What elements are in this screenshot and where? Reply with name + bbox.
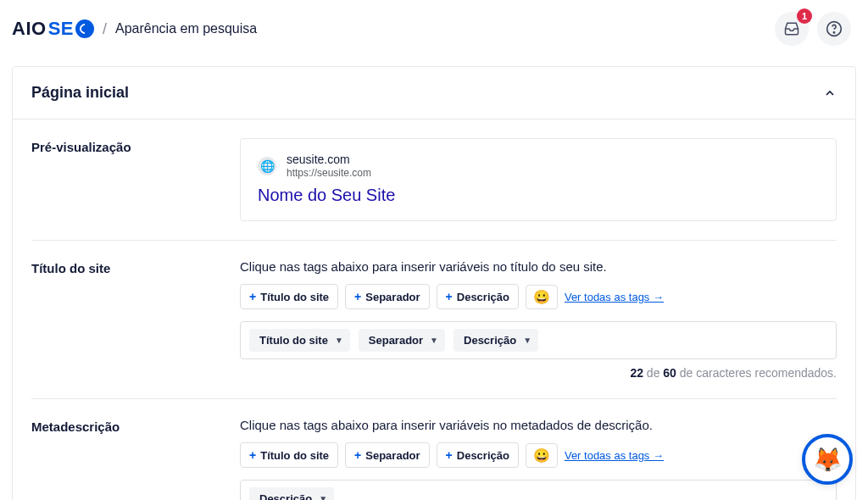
help-icon bbox=[826, 20, 843, 37]
meta-label: Metadescrição bbox=[31, 418, 240, 500]
globe-icon: 🌐 bbox=[258, 157, 276, 175]
preview-content: 🌐 seusite.com https://seusite.com Nome d… bbox=[240, 138, 837, 221]
tag-label: Título do site bbox=[260, 449, 329, 462]
logo-gear-icon bbox=[75, 19, 94, 38]
chip-description[interactable]: Descrição▼ bbox=[453, 329, 538, 352]
meta-content: Clique nas tags abaixo para inserir vari… bbox=[240, 418, 837, 500]
chip-label: Separador bbox=[369, 334, 423, 347]
tag-label: Título do site bbox=[260, 291, 329, 303]
logo-text-pre: AIO bbox=[12, 18, 47, 40]
chevron-down-icon: ▼ bbox=[523, 336, 531, 345]
site-title-row: Título do site Clique nas tags abaixo pa… bbox=[31, 241, 837, 399]
app-header: AIO SE / Aparência em pesquisa 1 bbox=[0, 0, 868, 59]
meta-helper: Clique nas tags abaixo para inserir vari… bbox=[240, 418, 837, 432]
header-left: AIO SE / Aparência em pesquisa bbox=[12, 18, 257, 40]
site-title-input[interactable]: Título do site▼ Separador▼ Descrição▼ bbox=[240, 321, 837, 359]
site-title-tag-row: +Título do site +Separador +Descrição 😀 … bbox=[240, 284, 837, 309]
plus-icon: + bbox=[249, 448, 256, 462]
site-title-label: Título do site bbox=[31, 259, 240, 380]
counter-current: 22 bbox=[630, 366, 643, 380]
meta-description-row: Metadescrição Clique nas tags abaixo par… bbox=[31, 399, 837, 500]
tag-label: Descrição bbox=[457, 291, 509, 303]
preview-title: Nome do Seu Site bbox=[258, 186, 819, 205]
preview-row: Pré-visualização 🌐 seusite.com https://s… bbox=[31, 119, 837, 241]
meta-tag-row: +Título do site +Separador +Descrição 😀 … bbox=[240, 442, 837, 468]
plus-icon: + bbox=[249, 290, 256, 303]
chip-label: Descrição bbox=[259, 492, 312, 500]
plus-icon: + bbox=[354, 290, 361, 303]
character-counter: 22 de 60 de caracteres recomendados. bbox=[240, 366, 837, 380]
plus-icon: + bbox=[354, 448, 361, 462]
tag-label: Separador bbox=[365, 291, 420, 303]
card-body: Pré-visualização 🌐 seusite.com https://s… bbox=[13, 119, 855, 500]
meta-description-input[interactable]: Descrição▼ bbox=[240, 480, 837, 500]
notification-badge: 1 bbox=[797, 8, 812, 24]
emoji-picker-button[interactable]: 😀 bbox=[526, 285, 558, 309]
chip-site-title[interactable]: Título do site▼ bbox=[249, 329, 350, 352]
preview-top: 🌐 seusite.com https://seusite.com bbox=[258, 153, 819, 179]
chevron-down-icon: ▼ bbox=[430, 336, 438, 345]
view-all-tags-link[interactable]: Ver todas as tags → bbox=[565, 291, 664, 303]
card-title: Página inicial bbox=[31, 84, 129, 102]
site-title-content: Clique nas tags abaixo para inserir vari… bbox=[240, 259, 837, 380]
chip-description[interactable]: Descrição▼ bbox=[249, 487, 334, 500]
preview-url: https://seusite.com bbox=[287, 167, 371, 179]
logo[interactable]: AIO SE bbox=[12, 18, 94, 40]
chip-separator[interactable]: Separador▼ bbox=[359, 329, 445, 352]
preview-site-name: seusite.com bbox=[287, 153, 371, 167]
help-button[interactable] bbox=[817, 12, 851, 46]
breadcrumb-separator: / bbox=[103, 20, 107, 38]
tag-description-button[interactable]: +Descrição bbox=[437, 442, 519, 468]
tag-description-button[interactable]: +Descrição bbox=[437, 284, 519, 309]
preview-label: Pré-visualização bbox=[31, 138, 240, 221]
svg-point-1 bbox=[833, 32, 834, 33]
view-all-tags-link[interactable]: Ver todas as tags → bbox=[565, 449, 664, 462]
logo-text-post: SE bbox=[48, 18, 74, 40]
tag-label: Separador bbox=[365, 449, 420, 462]
counter-max: 60 bbox=[663, 366, 676, 380]
tag-site-title-button[interactable]: +Título do site bbox=[240, 442, 338, 468]
serp-preview: 🌐 seusite.com https://seusite.com Nome d… bbox=[240, 138, 837, 221]
chip-label: Descrição bbox=[464, 334, 516, 347]
tag-separator-button[interactable]: +Separador bbox=[345, 442, 430, 468]
header-right: 1 bbox=[775, 12, 851, 46]
chip-label: Título do site bbox=[259, 334, 328, 347]
homepage-card: Página inicial Pré-visualização 🌐 seusit… bbox=[12, 66, 856, 500]
plus-icon: + bbox=[446, 290, 453, 303]
inbox-icon bbox=[784, 21, 799, 36]
emoji-picker-button[interactable]: 😀 bbox=[526, 443, 558, 468]
counter-mid: de bbox=[643, 366, 663, 380]
counter-suffix: de caracteres recomendados. bbox=[676, 366, 837, 380]
chevron-up-icon[interactable] bbox=[823, 86, 837, 100]
chevron-down-icon: ▼ bbox=[335, 336, 343, 345]
inbox-button[interactable]: 1 bbox=[775, 12, 809, 46]
mascot-button[interactable]: 🦊 bbox=[802, 434, 853, 485]
tag-label: Descrição bbox=[457, 449, 509, 462]
chevron-down-icon: ▼ bbox=[319, 494, 327, 500]
site-title-helper: Clique nas tags abaixo para inserir vari… bbox=[240, 259, 837, 274]
plus-icon: + bbox=[446, 448, 453, 462]
tag-separator-button[interactable]: +Separador bbox=[345, 284, 430, 309]
card-header[interactable]: Página inicial bbox=[13, 67, 855, 119]
tag-site-title-button[interactable]: +Título do site bbox=[240, 284, 338, 309]
page-title: Aparência em pesquisa bbox=[115, 21, 257, 36]
